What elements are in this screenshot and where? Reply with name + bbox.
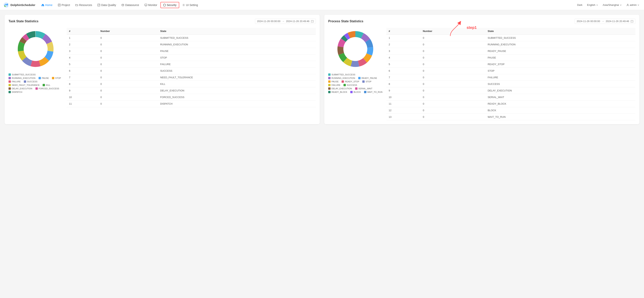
table-row: 30READY_PAUSE xyxy=(386,48,636,54)
svg-rect-9 xyxy=(145,4,147,6)
process-stats-table: # Number State 10SUBMITTED_SUCCESS20RUNN… xyxy=(386,28,636,120)
nav-data-quality[interactable]: Data Quality xyxy=(95,2,118,8)
table-row: 80KILL xyxy=(67,81,316,88)
legend-color xyxy=(8,74,11,76)
legend-item: SUBMITTED_SUCCESS xyxy=(328,74,355,76)
nav-security[interactable]: Security xyxy=(160,2,180,8)
legend-color xyxy=(8,84,11,86)
legend-color xyxy=(8,80,11,83)
task-chart-section: SUBMITTED_SUCCESS RUNNING_EXECUTION PAUS… xyxy=(8,28,63,107)
proc-col-number-header: Number xyxy=(420,28,485,35)
table-row: 10SUBMITTED_SUCCESS xyxy=(67,35,316,41)
svg-point-30 xyxy=(24,37,48,61)
nav-resources[interactable]: Resources xyxy=(73,2,94,8)
svg-point-8 xyxy=(122,4,124,5)
table-row: 60STOP xyxy=(386,68,636,74)
legend-item: READY_PAUSE xyxy=(358,77,377,79)
legend-item: STOP xyxy=(52,77,61,79)
legend-color xyxy=(36,88,38,90)
monitor-icon xyxy=(144,4,147,6)
table-row: 50READY_STOP xyxy=(386,61,636,68)
chevron-down-icon xyxy=(596,4,598,6)
task-card-body: SUBMITTED_SUCCESS RUNNING_EXECUTION PAUS… xyxy=(8,28,316,107)
nav-home[interactable]: Home xyxy=(39,2,55,8)
logo[interactable]: DolphinScheduler xyxy=(3,2,35,8)
legend-item: FORCED_SUCCESS xyxy=(36,88,59,90)
legend-item: READY_BLOCK xyxy=(328,91,347,93)
legend-item: SUBMITTED_SUCCESS xyxy=(8,74,36,76)
timezone-select[interactable]: Asia/Shanghai xyxy=(601,3,623,7)
legend-item: FAILURE xyxy=(8,80,21,83)
table-row: 90DELAY_EXECUTION xyxy=(67,88,316,94)
nav-project[interactable]: Project xyxy=(56,2,72,8)
task-state-card: Task State Statistics 2024-11-26 00:00:0… xyxy=(5,15,320,124)
svg-rect-7 xyxy=(98,4,100,6)
task-date-range[interactable]: 2024-11-26 00:00:00 → 2024-11-26 20:49:4… xyxy=(255,18,316,24)
col-number-header: Number xyxy=(98,28,158,35)
legend-color xyxy=(52,77,54,79)
legend-item: SERIAL_WAIT xyxy=(355,88,372,90)
calendar-icon[interactable] xyxy=(311,20,314,23)
svg-point-1 xyxy=(7,4,8,5)
user-icon xyxy=(626,4,629,6)
process-legend: SUBMITTED_SUCCESS RUNNING_EXECUTION READ… xyxy=(328,74,382,93)
process-date-range[interactable]: 2024-11-26 00:00:00 → 2024-11-26 20:49:4… xyxy=(575,18,636,24)
legend-color xyxy=(42,84,45,86)
legend-color xyxy=(24,80,26,83)
table-row: 20RUNNING_EXECUTION xyxy=(67,41,316,48)
process-state-card: step1 Process State Statistics 2024-11-2… xyxy=(324,15,639,124)
calendar-icon-2[interactable] xyxy=(631,20,633,23)
table-row: 110DISPATCH xyxy=(67,100,316,107)
table-row: 10SUBMITTED_SUCCESS xyxy=(386,35,636,41)
table-row: 100FORCED_SUCCESS xyxy=(67,94,316,100)
logo-text: DolphinScheduler xyxy=(10,3,35,6)
theme-toggle[interactable]: Dark xyxy=(572,3,584,7)
svg-point-0 xyxy=(4,2,9,8)
svg-rect-14 xyxy=(311,20,314,22)
legend-item: KILL xyxy=(42,84,50,86)
legend-item: WAIT_TO_RUN xyxy=(364,91,382,93)
legend-item: SUCCESS xyxy=(24,80,38,83)
legend-item: FAILURE xyxy=(328,84,340,86)
table-row: 70FAILURE xyxy=(386,74,636,81)
table-row: 120BLOCK xyxy=(386,107,636,114)
date-arrow: → xyxy=(282,20,284,23)
task-donut-chart xyxy=(14,28,57,70)
legend-item: SUCCESS xyxy=(344,84,357,86)
legend-item: NEED_FAULT_TOLERANCE xyxy=(8,84,40,86)
svg-point-2 xyxy=(4,6,6,7)
nav-ui-setting[interactable]: UI Setting xyxy=(180,2,200,8)
user-chevron-icon xyxy=(638,4,639,6)
process-chart-section: SUBMITTED_SUCCESS RUNNING_EXECUTION READ… xyxy=(328,28,382,120)
project-icon xyxy=(58,4,61,6)
user-menu[interactable]: admin xyxy=(625,3,641,7)
gear-icon xyxy=(182,4,185,6)
task-card-title: Task State Statistics xyxy=(8,20,38,23)
proc-col-num-header: # xyxy=(386,28,420,35)
task-stats-table: # Number State 10SUBMITTED_SUCCESS20RUNN… xyxy=(67,28,316,107)
legend-item: DELAY_EXECUTION xyxy=(328,88,352,90)
table-row: 30PAUSE xyxy=(67,48,316,54)
main-content: Task State Statistics 2024-11-26 00:00:0… xyxy=(0,10,644,129)
language-select[interactable]: English xyxy=(586,3,600,7)
table-row: 80SUCCESS xyxy=(386,81,636,88)
nav-right: Dark English Asia/Shanghai admin xyxy=(572,3,641,7)
legend-item: DISPATCH xyxy=(8,91,22,93)
table-row: 40PAUSE xyxy=(386,54,636,61)
process-table-section: # Number State 10SUBMITTED_SUCCESS20RUNN… xyxy=(386,28,636,120)
process-donut-chart xyxy=(334,28,377,70)
legend-color xyxy=(8,91,11,93)
task-legend: SUBMITTED_SUCCESS RUNNING_EXECUTION PAUS… xyxy=(8,74,63,93)
legend-color xyxy=(38,77,41,79)
legend-item: DELAY_EXECUTION xyxy=(8,88,32,90)
nav-datasource[interactable]: Datasource xyxy=(119,2,142,8)
task-table-section: # Number State 10SUBMITTED_SUCCESS20RUNN… xyxy=(67,28,316,107)
task-card-header: Task State Statistics 2024-11-26 00:00:0… xyxy=(8,18,316,24)
col-state-header: State xyxy=(158,28,316,35)
legend-item: STOP xyxy=(362,80,372,83)
nav-monitor[interactable]: Monitor xyxy=(142,2,160,8)
legend-item: PAUSE xyxy=(38,77,49,79)
legend-color xyxy=(8,88,11,90)
svg-point-13 xyxy=(627,4,628,5)
table-row: 60SUCCESS xyxy=(67,68,316,74)
